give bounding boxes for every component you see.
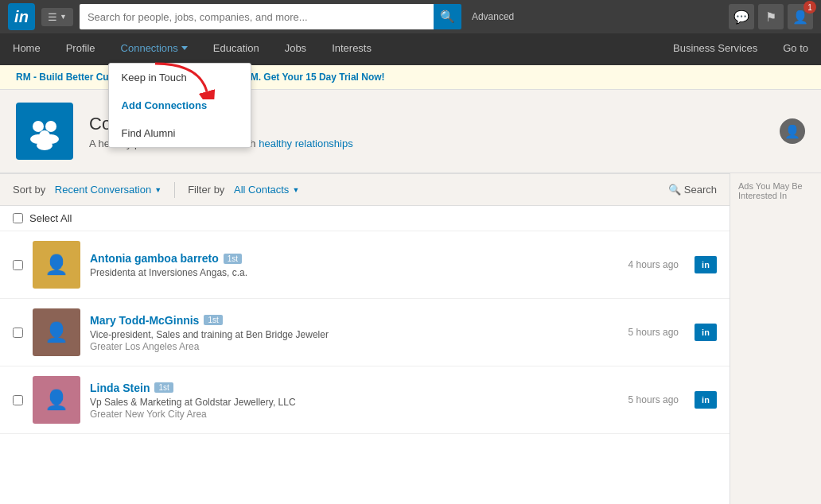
message-icon: 💬 (733, 10, 749, 25)
contact-time-1: 5 hours ago (628, 327, 679, 338)
notification-badge: 1 (803, 1, 816, 14)
nav-jobs[interactable]: Jobs (272, 33, 319, 65)
right-sidebar: Ads You May Be Interested In (730, 173, 821, 504)
linkedin-logo[interactable]: in (8, 3, 35, 30)
linkedin-button-0[interactable]: in (695, 256, 717, 273)
contact-name-2[interactable]: Linda Stein 1st (90, 382, 173, 394)
search-button[interactable]: 🔍 (434, 4, 461, 29)
sort-button[interactable]: Sort by Recent Conversation ▼ (13, 180, 161, 199)
ads-header: Ads You May Be Interested In (738, 181, 813, 200)
contact-location-1: Greater Los Angeles Area (90, 341, 619, 352)
contact-checkbox-0[interactable] (13, 260, 23, 270)
contact-row: 👤 Mary Todd-McGinnis 1st Vice-president,… (0, 299, 730, 366)
nav-business[interactable]: Business Services (660, 33, 770, 65)
nav-home[interactable]: Home (0, 33, 53, 65)
contact-title-2: Vp Sales & Marketing at Goldstar Jewelle… (90, 397, 619, 408)
filter-button[interactable]: Filter by All Contacts ▼ (188, 180, 299, 199)
connections-panel: Sort by Recent Conversation ▼ Filter by … (0, 173, 730, 504)
sort-chevron-icon: ▼ (154, 186, 161, 194)
contact-time-2: 5 hours ago (628, 394, 679, 405)
contact-name-0[interactable]: Antonia gamboa barreto 1st (90, 252, 242, 265)
select-all-row: Select All (0, 206, 730, 231)
linkedin-icon-0: in (702, 260, 710, 269)
add-contact-icon: 👤 (784, 124, 800, 139)
dd-find-alumni[interactable]: Find Alumni (109, 119, 251, 147)
advanced-link[interactable]: Advanced (472, 11, 514, 22)
search-container: 🔍 (80, 4, 461, 29)
linkedin-icon-1: in (702, 328, 710, 337)
connections-chevron (181, 46, 188, 50)
connection-badge-1: 1st (204, 315, 222, 325)
subtitle-link[interactable]: healthy relationships (259, 138, 353, 149)
search-link-icon: 🔍 (668, 184, 681, 196)
page-header-actions: 👤 (780, 118, 805, 144)
top-bar-icons: 💬 ⚑ 👤 1 (729, 4, 813, 29)
top-bar: in ☰ ▼ 🔍 Advanced 💬 ⚑ 👤 1 (0, 0, 821, 33)
linkedin-button-1[interactable]: in (695, 324, 717, 341)
contact-checkbox-2[interactable] (13, 395, 23, 405)
linkedin-icon-2: in (702, 395, 710, 405)
nav-profile[interactable]: Profile (53, 33, 108, 65)
contact-avatar-0: 👤 (33, 241, 80, 289)
contact-info-0: Antonia gamboa barreto 1st Presidenta at… (90, 251, 619, 278)
linkedin-button-2[interactable]: in (695, 391, 717, 409)
contact-time-0: 4 hours ago (628, 259, 679, 270)
menu-chevron: ▼ (60, 13, 67, 21)
contact-info-1: Mary Todd-McGinnis 1st Vice-president, S… (90, 313, 619, 352)
search-input[interactable] (80, 4, 434, 29)
person-add-icon-btn[interactable]: 👤 1 (788, 4, 813, 29)
search-icon: 🔍 (440, 10, 455, 24)
connections-icon (16, 103, 73, 160)
contact-title-0: Presidenta at Inversiones Angas, c.a. (90, 267, 619, 278)
select-all-label[interactable]: Select All (29, 212, 72, 224)
menu-button[interactable]: ☰ ▼ (41, 8, 73, 26)
toolbar-divider (174, 182, 175, 198)
contact-row: 👤 Antonia gamboa barreto 1st Presidenta … (0, 231, 730, 299)
message-icon-btn[interactable]: 💬 (729, 4, 754, 29)
flag-icon: ⚑ (765, 10, 776, 25)
contact-avatar-1: 👤 (33, 308, 80, 356)
contact-location-2: Greater New York City Area (90, 409, 619, 420)
connection-badge-0: 1st (224, 254, 242, 264)
arrow-overlay (151, 60, 215, 103)
contact-row: 👤 Linda Stein 1st Vp Sales & Marketing a… (0, 366, 730, 434)
contact-avatar-2: 👤 (33, 376, 80, 424)
contact-name-1[interactable]: Mary Todd-McGinnis 1st (90, 314, 223, 327)
nav-interests[interactable]: Interests (319, 33, 384, 65)
svg-point-2 (45, 121, 56, 132)
toolbar: Sort by Recent Conversation ▼ Filter by … (0, 173, 730, 206)
nav-goto[interactable]: Go to (770, 33, 821, 65)
add-contact-button[interactable]: 👤 (780, 118, 805, 144)
contacts-list: 👤 Antonia gamboa barreto 1st Presidenta … (0, 231, 730, 434)
contact-title-1: Vice-president, Sales and training at Be… (90, 329, 619, 340)
connection-badge-2: 1st (154, 382, 173, 393)
svg-point-6 (37, 141, 53, 150)
flag-icon-btn[interactable]: ⚑ (758, 4, 784, 29)
svg-point-1 (33, 121, 44, 132)
search-link-button[interactable]: 🔍 Search (668, 184, 717, 196)
contact-checkbox-1[interactable] (13, 328, 23, 338)
contact-info-2: Linda Stein 1st Vp Sales & Marketing at … (90, 381, 619, 420)
filter-chevron-icon: ▼ (292, 186, 299, 194)
main-content: Sort by Recent Conversation ▼ Filter by … (0, 173, 821, 504)
nav-bar: Home Profile Connections Keep in Touch A… (0, 33, 821, 65)
select-all-checkbox[interactable] (13, 213, 23, 223)
menu-icon: ☰ (48, 11, 57, 23)
nav-right: Business Services Go to (660, 33, 821, 65)
